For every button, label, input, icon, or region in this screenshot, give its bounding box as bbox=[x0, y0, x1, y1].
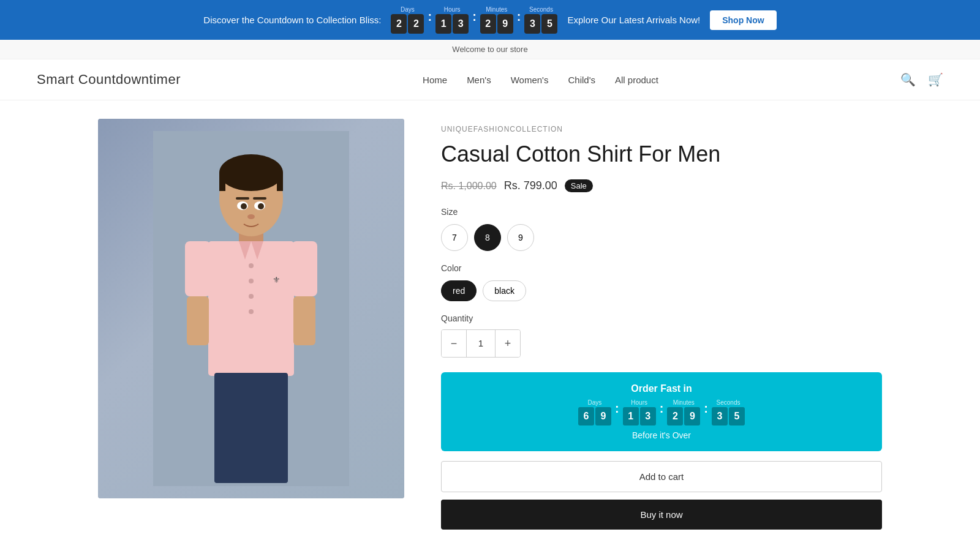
order-countdown: Days 6 9 : Hours 1 3 : Minutes bbox=[453, 399, 870, 425]
nav-all-product[interactable]: All product bbox=[615, 75, 658, 85]
svg-point-3 bbox=[219, 154, 283, 191]
svg-rect-5 bbox=[277, 173, 283, 191]
svg-point-25 bbox=[247, 214, 255, 219]
order-minutes-digit-1: 2 bbox=[667, 407, 683, 425]
welcome-text: Welcome to our store bbox=[452, 45, 527, 54]
order-minutes-digit-2: 9 bbox=[684, 407, 700, 425]
order-fast-title: Order Fast in bbox=[453, 383, 870, 394]
site-logo[interactable]: Smart Countdowntimer bbox=[37, 72, 181, 88]
nav-home[interactable]: Home bbox=[423, 75, 447, 85]
quantity-decrease-button[interactable]: − bbox=[442, 330, 466, 357]
nav-childs[interactable]: Child's bbox=[568, 75, 595, 85]
sale-badge: Sale bbox=[565, 179, 593, 192]
banner-hours-digits: 1 3 bbox=[435, 14, 469, 34]
order-hours-label: Hours bbox=[631, 399, 647, 406]
order-hours-digit-2: 3 bbox=[640, 407, 656, 425]
order-days-digits: 6 9 bbox=[578, 407, 611, 425]
header: Smart Countdowntimer Home Men's Women's … bbox=[0, 59, 980, 100]
banner-seconds-digits: 3 5 bbox=[524, 14, 557, 34]
svg-rect-17 bbox=[214, 373, 288, 483]
banner-days-unit: Days 2 2 bbox=[391, 6, 424, 34]
banner-countdown: Days 2 2 : Hours 1 3 : Minutes 2 9 : Sec… bbox=[391, 6, 557, 34]
nav-mens[interactable]: Men's bbox=[467, 75, 491, 85]
original-price: Rs. 1,000.00 bbox=[441, 181, 497, 192]
banner-hours-digit-1: 1 bbox=[435, 14, 451, 34]
color-options: red black bbox=[441, 280, 882, 301]
svg-rect-19 bbox=[236, 197, 249, 200]
quantity-value: 1 bbox=[466, 330, 496, 357]
product-details: UNIQUEFASHIONCOLLECTION Casual Cotton Sh… bbox=[441, 119, 882, 530]
quantity-control: − 1 + bbox=[441, 329, 521, 358]
banner-hours-unit: Hours 1 3 bbox=[435, 6, 469, 34]
order-days-digit-2: 9 bbox=[595, 407, 611, 425]
banner-minutes-digit-2: 9 bbox=[497, 14, 513, 34]
size-label: Size bbox=[441, 207, 882, 217]
order-minutes-digits: 2 9 bbox=[667, 407, 700, 425]
cart-icon[interactable]: 🛒 bbox=[928, 72, 943, 87]
banner-days-digit-2: 2 bbox=[408, 14, 424, 34]
order-colon-1: : bbox=[614, 402, 620, 423]
banner-days-digits: 2 2 bbox=[391, 14, 424, 34]
order-days-unit: Days 6 9 bbox=[578, 399, 611, 425]
banner-colon-3: : bbox=[516, 10, 522, 30]
color-label: Color bbox=[441, 263, 882, 273]
banner-days-label: Days bbox=[401, 6, 415, 13]
main-content: ⚜ UNIQUEFASHIONCOLLECTION Cas bbox=[61, 100, 919, 548]
banner-hours-label: Hours bbox=[444, 6, 461, 13]
top-banner: Discover the Countdown to Collection Bli… bbox=[0, 0, 980, 40]
size-options: 7 8 9 bbox=[441, 224, 882, 251]
svg-rect-13 bbox=[185, 241, 211, 296]
product-image-placeholder: ⚜ bbox=[98, 119, 404, 498]
shop-now-button[interactable]: Shop Now bbox=[710, 10, 776, 30]
svg-point-9 bbox=[249, 263, 254, 268]
svg-rect-20 bbox=[253, 197, 266, 200]
order-fast-subtitle: Before it's Over bbox=[453, 430, 870, 440]
order-fast-box: Order Fast in Days 6 9 : Hours 1 3 bbox=[441, 372, 882, 451]
order-seconds-digit-2: 5 bbox=[729, 407, 745, 425]
svg-rect-4 bbox=[219, 173, 225, 191]
banner-minutes-unit: Minutes 2 9 bbox=[480, 6, 513, 34]
order-hours-digit-1: 1 bbox=[623, 407, 639, 425]
size-button-8[interactable]: 8 bbox=[474, 224, 501, 251]
banner-colon-1: : bbox=[426, 10, 433, 30]
price-section: Rs. 1,000.00 Rs. 799.00 Sale bbox=[441, 179, 882, 192]
header-icons: 🔍 🛒 bbox=[900, 72, 943, 87]
order-minutes-unit: Minutes 2 9 bbox=[667, 399, 700, 425]
order-seconds-digit-1: 3 bbox=[712, 407, 728, 425]
explore-text: Explore Our Latest Arrivals Now! bbox=[567, 15, 700, 25]
banner-seconds-unit: Seconds 3 5 bbox=[524, 6, 557, 34]
buy-now-button[interactable]: Buy it now bbox=[441, 500, 882, 530]
banner-seconds-digit-2: 5 bbox=[541, 14, 557, 34]
banner-seconds-digit-1: 3 bbox=[524, 14, 540, 34]
svg-point-12 bbox=[249, 309, 254, 314]
svg-point-10 bbox=[249, 279, 254, 283]
order-hours-digits: 1 3 bbox=[623, 407, 656, 425]
order-colon-2: : bbox=[658, 402, 665, 423]
svg-rect-6 bbox=[208, 241, 294, 376]
order-days-label: Days bbox=[588, 399, 602, 406]
quantity-label: Quantity bbox=[441, 313, 882, 323]
banner-minutes-digit-1: 2 bbox=[480, 14, 496, 34]
welcome-bar: Welcome to our store bbox=[0, 40, 980, 59]
quantity-increase-button[interactable]: + bbox=[496, 330, 520, 357]
svg-rect-15 bbox=[187, 296, 209, 345]
svg-rect-14 bbox=[292, 241, 317, 296]
sale-price: Rs. 799.00 bbox=[504, 179, 557, 192]
banner-colon-2: : bbox=[471, 10, 478, 30]
nav-womens[interactable]: Women's bbox=[511, 75, 549, 85]
brand-name: UNIQUEFASHIONCOLLECTION bbox=[441, 125, 882, 133]
color-button-black[interactable]: black bbox=[483, 280, 526, 301]
search-icon[interactable]: 🔍 bbox=[900, 72, 916, 87]
svg-point-24 bbox=[258, 203, 264, 209]
order-days-digit-1: 6 bbox=[578, 407, 594, 425]
product-figure-svg: ⚜ bbox=[153, 131, 349, 486]
size-button-7[interactable]: 7 bbox=[441, 224, 468, 251]
color-button-red[interactable]: red bbox=[441, 280, 477, 301]
banner-days-digit-1: 2 bbox=[391, 14, 407, 34]
order-colon-3: : bbox=[703, 402, 709, 423]
add-to-cart-button[interactable]: Add to cart bbox=[441, 461, 882, 492]
banner-minutes-digits: 2 9 bbox=[480, 14, 513, 34]
svg-point-11 bbox=[249, 294, 254, 299]
size-button-9[interactable]: 9 bbox=[507, 224, 534, 251]
banner-minutes-label: Minutes bbox=[486, 6, 507, 13]
